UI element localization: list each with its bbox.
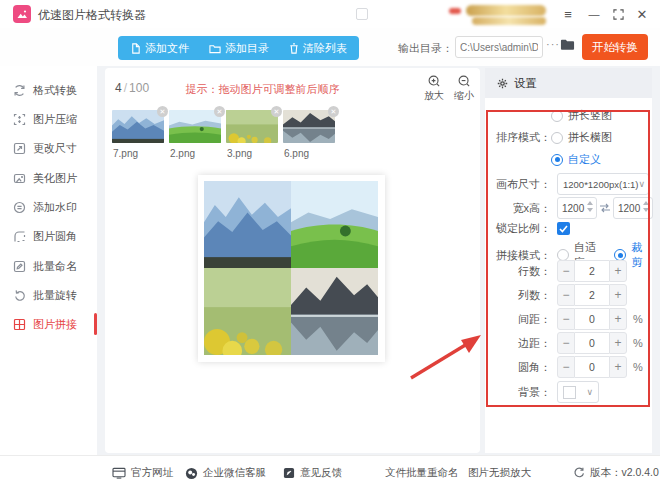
thumbnail-7png[interactable]: ✕	[112, 110, 164, 143]
preview-cell-3	[204, 268, 291, 355]
official-site-link[interactable]: 官方网址	[112, 466, 173, 480]
width-input[interactable]: 1200	[557, 197, 597, 219]
blurred-badge	[449, 8, 461, 14]
format-convert-icon	[13, 84, 26, 97]
close-icon[interactable]: ✕	[632, 4, 652, 24]
output-dir-input[interactable]	[455, 36, 543, 58]
cols-decrement-button[interactable]: −	[557, 284, 575, 306]
background-row: 背景： ∨	[491, 381, 599, 403]
website-icon	[112, 467, 126, 479]
rows-increment-button[interactable]: +	[609, 260, 627, 282]
rows-value: 2	[575, 260, 609, 282]
add-file-button[interactable]: 添加文件	[130, 41, 189, 56]
batch-rename-link[interactable]: 文件批量重命名	[385, 466, 459, 480]
lossless-enlarge-label: 图片无损放大	[468, 466, 531, 480]
spinner-arrows-icon[interactable]	[587, 201, 593, 212]
resize-icon	[13, 142, 26, 155]
lock-ratio-checkbox[interactable]	[557, 222, 570, 235]
sidebar-label: 批量旋转	[33, 288, 77, 303]
maximize-icon[interactable]	[608, 4, 628, 24]
thumbnail-filename: 7.png	[113, 148, 138, 159]
radio-icon[interactable]	[551, 132, 563, 144]
official-site-label: 官方网址	[131, 466, 173, 480]
batch-rename-icon	[13, 260, 26, 273]
sidebar-item-compress[interactable]: 图片压缩	[0, 105, 97, 133]
sort-option-vertical[interactable]: 拼长竖图	[551, 108, 612, 123]
menu-icon[interactable]: ≡	[558, 4, 578, 24]
gap-increment-button[interactable]: +	[609, 308, 627, 330]
sidebar-item-format-convert[interactable]: 格式转换	[0, 76, 97, 104]
feedback-link[interactable]: 意见反馈	[283, 466, 342, 480]
radio-icon[interactable]	[551, 110, 563, 122]
more-options-button[interactable]: ···	[546, 38, 560, 50]
sidebar-item-stitch[interactable]: 图片拼接	[0, 310, 97, 338]
sort-option-vertical-label: 拼长竖图	[568, 108, 612, 123]
remove-thumbnail-icon[interactable]: ✕	[214, 106, 225, 117]
rows-decrement-button[interactable]: −	[557, 260, 575, 282]
canvas-size-select[interactable]: 1200*1200px(1:1) ∨	[557, 173, 649, 195]
wechat-service-link[interactable]: 企业微信客服	[185, 466, 266, 480]
radio-selected-icon[interactable]	[551, 154, 563, 166]
margin-label: 边距：	[491, 336, 551, 351]
clear-list-button[interactable]: 清除列表	[289, 41, 347, 56]
background-swatch	[563, 386, 576, 399]
start-convert-button[interactable]: 开始转换	[582, 34, 648, 60]
margin-increment-button[interactable]: +	[609, 332, 627, 354]
open-folder-icon[interactable]	[560, 37, 575, 55]
sidebar-label: 美化图片	[33, 171, 77, 186]
spinner-arrows-icon[interactable]	[643, 201, 649, 212]
thumbnail-2png[interactable]: ✕	[169, 110, 221, 143]
canvas-size-row: 画布尺寸： 1200*1200px(1:1) ∨	[491, 173, 649, 195]
sidebar-item-beautify[interactable]: 美化图片	[0, 164, 97, 192]
sidebar-item-batch-rotate[interactable]: 批量旋转	[0, 281, 97, 309]
zoom-in-button[interactable]: 放大	[420, 75, 448, 103]
zoom-out-button[interactable]: 缩小	[450, 75, 478, 103]
toolbar: 添加文件 添加目录 清除列表 输出目录： ··· 开始转换	[0, 28, 660, 66]
add-directory-button[interactable]: 添加目录	[209, 41, 269, 56]
minimize-icon[interactable]: —	[584, 4, 604, 24]
width-height-row: 宽x高： 1200 1200	[491, 197, 653, 219]
thumbnail-filename: 6.png	[284, 148, 309, 159]
gap-value: 0	[575, 308, 609, 330]
sidebar-item-batch-rename[interactable]: 批量命名	[0, 252, 97, 280]
radius-row: 圆角： − 0 + %	[491, 356, 643, 378]
sidebar-label: 批量命名	[33, 259, 77, 274]
lock-ratio-row: 锁定比例：	[491, 221, 570, 236]
thumbnail-6png[interactable]: ✕	[283, 110, 335, 143]
gap-label: 间距：	[491, 312, 551, 327]
height-input[interactable]: 1200	[613, 197, 653, 219]
sidebar: 格式转换 图片压缩 更改尺寸 美化图片 添加水印 图片圆角 批量命名 批量旋转	[0, 66, 97, 455]
radius-decrement-button[interactable]: −	[557, 356, 575, 378]
wechat-service-label: 企业微信客服	[203, 466, 266, 480]
app-logo-icon	[13, 5, 31, 23]
sort-option-horizontal[interactable]: 拼长横图	[551, 130, 612, 145]
thumbnail-3png[interactable]: ✕	[226, 110, 278, 143]
width-height-label: 宽x高：	[491, 201, 551, 216]
feedback-label: 意见反馈	[300, 466, 342, 480]
gap-row: 间距： − 0 + %	[491, 308, 643, 330]
settings-header-label: 设置	[514, 76, 537, 91]
refresh-icon[interactable]	[573, 467, 585, 479]
chevron-down-icon: ∨	[639, 179, 646, 189]
lossless-enlarge-link[interactable]: 图片无损放大	[468, 466, 531, 480]
sidebar-label: 格式转换	[33, 83, 77, 98]
check-icon	[559, 225, 568, 233]
cols-row: 列数： − 2 +	[491, 284, 627, 306]
remove-thumbnail-icon[interactable]: ✕	[328, 106, 339, 117]
margin-decrement-button[interactable]: −	[557, 332, 575, 354]
cols-increment-button[interactable]: +	[609, 284, 627, 306]
remove-thumbnail-icon[interactable]: ✕	[157, 106, 168, 117]
chevron-down-icon: ∨	[586, 387, 593, 397]
background-color-picker[interactable]: ∨	[557, 381, 599, 403]
gap-decrement-button[interactable]: −	[557, 308, 575, 330]
sidebar-item-round-corner[interactable]: 图片圆角	[0, 222, 97, 250]
sort-mode-label: 排序模式：	[491, 130, 551, 145]
sort-option-custom[interactable]: 自定义	[551, 152, 601, 167]
sidebar-item-watermark[interactable]: 添加水印	[0, 193, 97, 221]
background-label: 背景：	[491, 385, 551, 400]
radius-increment-button[interactable]: +	[609, 356, 627, 378]
remove-thumbnail-icon[interactable]: ✕	[271, 106, 282, 117]
sidebar-item-resize[interactable]: 更改尺寸	[0, 134, 97, 162]
preview-cell-2	[291, 181, 378, 268]
title-bar: 优速图片格式转换器 ≡ — ✕	[0, 0, 660, 28]
